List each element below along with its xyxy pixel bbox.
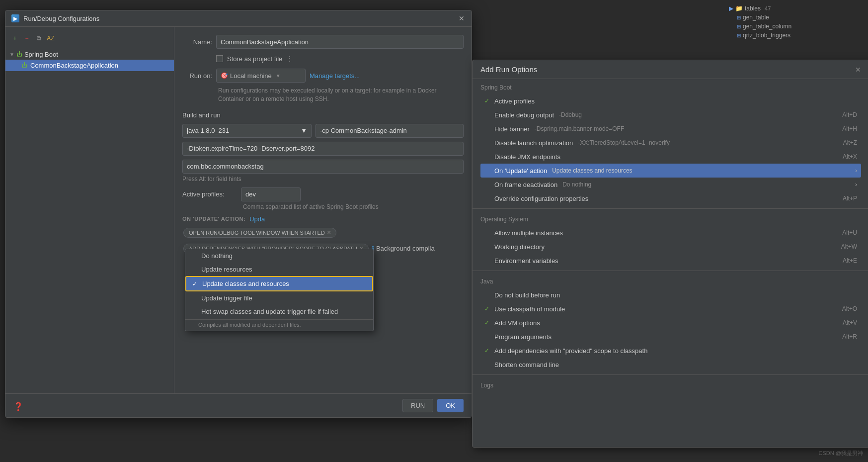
csdn-watermark: CSDN @我是男神 [819, 450, 863, 457]
run-description: Run configurations may be executed local… [182, 87, 464, 103]
run-options-item-label: Allow multiple instances [494, 229, 563, 237]
dropdown-item-hot-swap[interactable]: Hot swap classes and update trigger file… [185, 305, 373, 318]
run-options-item-disable-jmx-left: Disable JMX endpoints [484, 153, 843, 161]
run-options-item-program-args[interactable]: Program arguments Alt+R [480, 330, 861, 344]
run-options-item-label: Disable launch optimization [494, 139, 573, 147]
run-options-item-shortcut: Alt+O [842, 305, 857, 312]
dropdown-item-update-classes-resources[interactable]: ✓ Update classes and resources [185, 276, 373, 291]
run-debug-icon: ▶ [11, 14, 19, 22]
sidebar-item-commonbackstageapplication[interactable]: ⏻ CommonBackstageApplication [5, 60, 174, 71]
sort-config-button[interactable]: AZ [45, 33, 56, 44]
run-options-item-label: Do not build before run [494, 291, 560, 299]
table-icon: ⊞ [737, 24, 741, 29]
sidebar-group-header-spring-boot[interactable]: ▼ ⏻ Spring Boot [5, 49, 174, 60]
run-options-item-add-vm-options[interactable]: ✓ Add VM options Alt+V [480, 316, 861, 330]
name-label: Name: [182, 38, 212, 46]
add-run-options-close-button[interactable]: ✕ [855, 66, 861, 74]
dropdown-item-do-nothing[interactable]: Do nothing [185, 249, 373, 263]
file-tree-item-tables[interactable]: ▶ 📁 tables 47 [723, 4, 864, 13]
file-tree-item-gen-table-column[interactable]: ⊞ gen_table_column [723, 22, 864, 31]
check-icon: ✓ [484, 347, 491, 354]
run-options-item-left: ✓ Add dependencies with "provided" scope… [484, 347, 857, 355]
add-config-button[interactable]: + [9, 33, 20, 44]
on-update-label: ON 'UPDATE' ACTION: [182, 216, 245, 222]
table-icon: ⊞ [737, 15, 741, 20]
run-options-item-label: Hide banner [494, 125, 530, 133]
run-button[interactable]: RUN [402, 399, 433, 412]
run-options-item-enable-debug-left: Enable debug output -Ddebug [484, 111, 842, 119]
run-options-item-shortcut: Alt+R [842, 333, 857, 340]
run-options-item-sub: Do nothing [562, 181, 591, 188]
run-options-item-active-profiles-left: ✓ Active profiles [484, 97, 857, 105]
store-project-file-checkbox[interactable] [216, 55, 223, 62]
open-run-debug-tag[interactable]: OPEN RUN/DEBUG TOOL WINDOW WHEN STARTED … [183, 228, 336, 238]
run-options-item-on-update-action[interactable]: On 'Update' action Update classes and re… [480, 164, 861, 178]
run-options-item-left: ✓ Add VM options [484, 319, 843, 327]
manage-targets-link[interactable]: Manage targets... [310, 72, 360, 80]
dialog-title: ▶ Run/Debug Configurations [11, 14, 99, 22]
run-options-item-use-classpath[interactable]: ✓ Use classpath of module Alt+O [480, 302, 861, 316]
build-row: java 1.8.0_231 ▼ [182, 124, 464, 138]
cp-field[interactable] [316, 124, 464, 138]
run-options-item-add-deps-provided[interactable]: ✓ Add dependencies with "provided" scope… [480, 344, 861, 358]
file-tree-item-qrtz[interactable]: ⊞ qrtz_blob_triggers [723, 31, 864, 40]
remove-config-button[interactable]: − [21, 33, 32, 44]
run-options-item-shorten-cmd[interactable]: Shorten command line [480, 358, 861, 371]
sidebar: + − ⧉ AZ ▼ ⏻ Spring Boot ⏻ CommonBacksta… [5, 27, 174, 414]
file-tree-item-count: 47 [765, 5, 771, 11]
run-options-item-hide-banner[interactable]: Hide banner -Dspring.main.banner-mode=OF… [480, 122, 861, 136]
dialog-footer: ❓ RUN OK [5, 393, 472, 417]
ok-button[interactable]: OK [437, 399, 464, 412]
on-update-value[interactable]: Upda [249, 215, 265, 223]
comma-hint: Comma separated list of active Spring Bo… [182, 203, 464, 210]
run-options-item-on-frame-left: On frame deactivation Do nothing [484, 181, 853, 188]
spring-boot-section-label: Spring Boot [480, 84, 861, 91]
dropdown-item-update-resources[interactable]: Update resources [185, 263, 373, 276]
store-project-file-row: Store as project file ⋮ [182, 55, 464, 63]
run-options-item-env-vars[interactable]: Environment variables Alt+E [480, 254, 861, 268]
run-options-item-disable-launch[interactable]: Disable launch optimization -XX:TieredSt… [480, 136, 861, 150]
java-version-select[interactable]: java 1.8.0_231 ▼ [182, 124, 312, 138]
active-profiles-input[interactable] [241, 187, 301, 201]
run-options-item-allow-multiple[interactable]: Allow multiple instances Alt+U [480, 226, 861, 240]
main-class-input[interactable] [182, 160, 464, 174]
run-options-item-on-update-left: On 'Update' action Update classes and re… [484, 167, 853, 175]
table-icon: ⊞ [737, 33, 741, 38]
tags-row: OPEN RUN/DEBUG TOOL WINDOW WHEN STARTED … [182, 227, 464, 239]
dropdown-arrow-icon: ▼ [301, 127, 307, 134]
help-icon[interactable]: ❓ [13, 402, 23, 411]
vm-options-input[interactable] [182, 142, 464, 156]
divider [473, 374, 868, 375]
check-icon: ✓ [192, 280, 199, 287]
run-options-item-no-build[interactable]: Do not build before run [480, 288, 861, 302]
sidebar-group-label: Spring Boot [24, 51, 58, 58]
run-options-item-shortcut: Alt+W [841, 243, 857, 250]
run-options-item-disable-jmx[interactable]: Disable JMX endpoints Alt+X [480, 150, 861, 164]
dialog-close-button[interactable]: ✕ [458, 14, 466, 22]
copy-config-button[interactable]: ⧉ [33, 33, 44, 44]
more-options-button[interactable]: ⋮ [286, 55, 293, 63]
file-tree-item-gen-table[interactable]: ⊞ gen_table [723, 13, 864, 22]
java-section: Java Do not build before run ✓ Use class… [473, 273, 868, 372]
build-and-run-title: Build and run [182, 111, 464, 119]
java-section-label: Java [480, 278, 861, 285]
run-options-item-override-config[interactable]: Override configuration properties Alt+P [480, 191, 861, 205]
os-section: Operating System Allow multiple instance… [473, 211, 868, 269]
run-options-item-working-dir[interactable]: Working directory Alt+W [480, 240, 861, 254]
store-project-file-label: Store as project file [227, 55, 282, 63]
run-options-item-shortcut: Alt+H [842, 125, 857, 132]
run-options-item-on-frame-deactivation[interactable]: On frame deactivation Do nothing › [480, 178, 861, 191]
dropdown-item-update-trigger-file[interactable]: Update trigger file [185, 291, 373, 305]
run-options-item-label: Add dependencies with "provided" scope t… [494, 347, 647, 355]
os-section-label: Operating System [480, 216, 861, 223]
run-on-select[interactable]: 🎯 Local machine ▼ [216, 69, 306, 83]
local-machine-label: Local machine [230, 72, 272, 80]
remove-tag-icon[interactable]: ✕ [327, 230, 331, 235]
target-icon: 🎯 [221, 72, 228, 79]
dropdown-description: Compiles all modified and dependent file… [185, 319, 373, 331]
run-options-item-active-profiles[interactable]: ✓ Active profiles [480, 94, 861, 108]
run-options-item-enable-debug[interactable]: Enable debug output -Ddebug Alt+D [480, 108, 861, 122]
run-options-item-shortcut: Alt+E [843, 257, 857, 264]
run-options-item-left: Environment variables [484, 257, 843, 265]
name-input[interactable] [216, 35, 464, 49]
